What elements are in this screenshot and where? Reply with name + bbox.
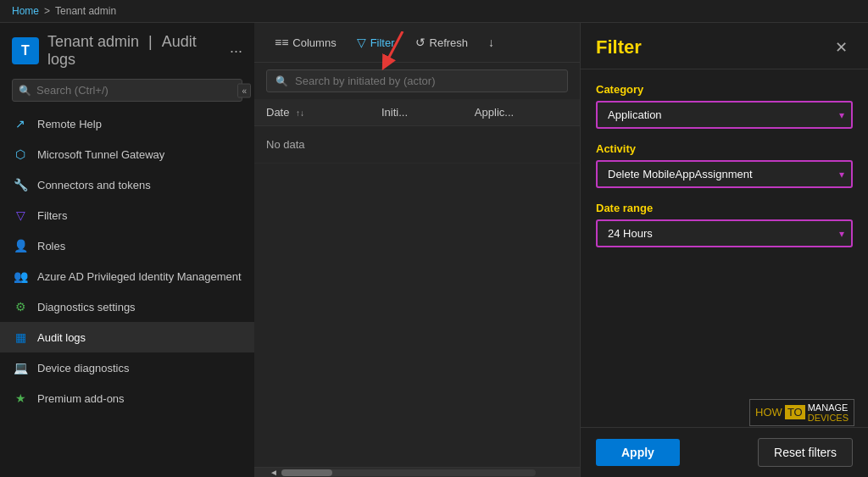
apply-button[interactable]: Apply — [596, 439, 680, 466]
sidebar-item-filters[interactable]: ▽ Filters — [0, 200, 254, 230]
col-applic: Applic... — [463, 99, 580, 126]
microsoft-tunnel-label: Microsoft Tunnel Gateway — [37, 148, 242, 161]
reset-filters-button[interactable]: Reset filters — [758, 438, 853, 467]
filter-header: Filter ✕ — [581, 23, 868, 69]
search-bar: 🔍 — [266, 69, 568, 92]
category-select[interactable]: ApplicationPolicyUserDeviceRoleOther — [596, 101, 853, 129]
breadcrumb-sep: > — [44, 5, 50, 17]
logo-letter: T — [21, 43, 30, 58]
h-scrollbar[interactable]: ◄ — [254, 467, 580, 477]
sidebar-item-device-diagnostics[interactable]: 💻 Device diagnostics — [0, 352, 254, 383]
sidebar-item-connectors-tokens[interactable]: 🔧 Connectors and tokens — [0, 169, 254, 200]
category-label: Category — [596, 83, 853, 96]
wm-to: TO — [785, 405, 805, 419]
search-input[interactable] — [12, 79, 242, 102]
diagnostics-settings-icon: ⚙ — [12, 298, 29, 315]
connectors-tokens-icon: 🔧 — [12, 176, 29, 193]
activity-select[interactable]: Delete MobileAppAssignmentAdd MobileAppA… — [596, 160, 853, 188]
sidebar-item-microsoft-tunnel[interactable]: ⬡ Microsoft Tunnel Gateway — [0, 139, 254, 169]
refresh-button[interactable]: ↺ Refresh — [407, 31, 477, 53]
table-area: Date ↑↓ Initi... Applic... No data — [254, 99, 580, 467]
columns-icon: ≡≡ — [275, 36, 288, 49]
category-select-wrapper: ApplicationPolicyUserDeviceRoleOther ▾ — [596, 101, 853, 129]
sidebar-item-diagnostics-settings[interactable]: ⚙ Diagnostics settings — [0, 291, 254, 322]
search-input-actor[interactable] — [295, 75, 559, 87]
date-range-select-wrapper: 24 Hours1 Week1 Month3 MonthsCustom ▾ — [596, 219, 853, 247]
sidebar-item-roles[interactable]: 👤 Roles — [0, 230, 254, 261]
download-icon: ↓ — [488, 36, 494, 49]
sidebar-header: T Tenant admin | Audit logs ··· — [0, 23, 254, 75]
microsoft-tunnel-icon: ⬡ — [12, 146, 29, 163]
sidebar-item-remote-help[interactable]: ↗ Remote Help — [0, 108, 254, 139]
collapse-button[interactable]: « — [237, 83, 251, 97]
sidebar-search-wrapper: 🔍 « — [12, 79, 242, 102]
watermark: HOW TO MANAGE DEVICES — [749, 399, 854, 426]
search-icon: 🔍 — [19, 85, 31, 97]
col-initi: Initi... — [370, 99, 463, 126]
azure-ad-pim-label: Azure AD Privileged Identity Management — [37, 270, 242, 283]
audit-logs-label: Audit logs — [37, 331, 242, 344]
download-button[interactable]: ↓ — [480, 31, 503, 53]
connectors-tokens-label: Connectors and tokens — [37, 179, 242, 191]
premium-addons-icon: ★ — [12, 390, 29, 407]
sort-icon[interactable]: ↑↓ — [296, 108, 304, 118]
sidebar-item-premium-addons[interactable]: ★ Premium add-ons — [0, 383, 254, 413]
sidebar-title: Tenant admin | Audit logs — [47, 33, 221, 69]
breadcrumb-current: Tenant admin — [55, 5, 116, 17]
filter-panel: Filter ✕ Category ApplicationPolicyUserD… — [580, 23, 868, 477]
remote-help-label: Remote Help — [37, 118, 242, 130]
sidebar-item-azure-ad-pim[interactable]: 👥 Azure AD Privileged Identity Managemen… — [0, 261, 254, 291]
table-row-no-data: No data — [254, 126, 580, 164]
date-range-select[interactable]: 24 Hours1 Week1 Month3 MonthsCustom — [596, 219, 853, 247]
search-bar-row: 🔍 — [254, 63, 580, 99]
filters-icon: ▽ — [12, 207, 29, 224]
filter-activity-field: Activity Delete MobileAppAssignmentAdd M… — [596, 142, 853, 188]
activity-select-wrapper: Delete MobileAppAssignmentAdd MobileAppA… — [596, 160, 853, 188]
diagnostics-settings-label: Diagnostics settings — [37, 301, 242, 313]
sidebar-logo: T — [12, 37, 39, 64]
sidebar-nav: ↗ Remote Help ⬡ Microsoft Tunnel Gateway… — [0, 108, 254, 477]
roles-label: Roles — [37, 240, 242, 252]
azure-ad-pim-icon: 👥 — [12, 268, 29, 285]
sidebar: T Tenant admin | Audit logs ··· 🔍 « ↗ Re… — [0, 23, 254, 477]
device-diagnostics-icon: 💻 — [12, 359, 29, 376]
wm-how: HOW — [755, 406, 782, 419]
wm-devices: DEVICES — [808, 413, 849, 423]
filter-category-field: Category ApplicationPolicyUserDeviceRole… — [596, 83, 853, 129]
scrollbar-track — [281, 469, 536, 476]
filter-button[interactable]: ▽ Filter — [348, 31, 403, 53]
remote-help-icon: ↗ — [12, 115, 29, 132]
audit-table: Date ↑↓ Initi... Applic... No data — [254, 99, 580, 164]
sidebar-item-audit-logs[interactable]: ▦ Audit logs — [0, 322, 254, 352]
table-header-row: Date ↑↓ Initi... Applic... — [254, 99, 580, 126]
search-bar-icon: 🔍 — [275, 75, 288, 87]
breadcrumb-home[interactable]: Home — [12, 5, 39, 17]
filters-label: Filters — [37, 209, 242, 222]
filter-close-button[interactable]: ✕ — [830, 36, 853, 58]
wm-manage: MANAGE — [808, 402, 849, 413]
no-data-cell: No data — [254, 126, 580, 164]
content-area: ≡≡ Columns ▽ Filter ↺ Refresh ↓ — [254, 23, 580, 477]
filter-date-range-field: Date range 24 Hours1 Week1 Month3 Months… — [596, 202, 853, 247]
filter-footer: Apply Reset filters — [581, 427, 868, 477]
activity-label: Activity — [596, 142, 853, 155]
filter-body: Category ApplicationPolicyUserDeviceRole… — [581, 69, 868, 427]
date-range-label: Date range — [596, 202, 853, 214]
more-button[interactable]: ··· — [230, 42, 242, 60]
scroll-left-arrow[interactable]: ◄ — [266, 468, 281, 477]
filter-icon: ▽ — [357, 36, 366, 49]
col-date: Date ↑↓ — [254, 99, 370, 126]
roles-icon: 👤 — [12, 237, 29, 254]
filter-title: Filter — [596, 36, 642, 58]
audit-logs-icon: ▦ — [12, 329, 29, 346]
content-toolbar: ≡≡ Columns ▽ Filter ↺ Refresh ↓ — [254, 23, 580, 63]
columns-button[interactable]: ≡≡ Columns — [266, 31, 345, 53]
scrollbar-thumb[interactable] — [281, 469, 332, 476]
breadcrumb: Home > Tenant admin — [0, 0, 868, 23]
refresh-icon: ↺ — [415, 36, 426, 49]
premium-addons-label: Premium add-ons — [37, 392, 242, 405]
device-diagnostics-label: Device diagnostics — [37, 362, 242, 374]
